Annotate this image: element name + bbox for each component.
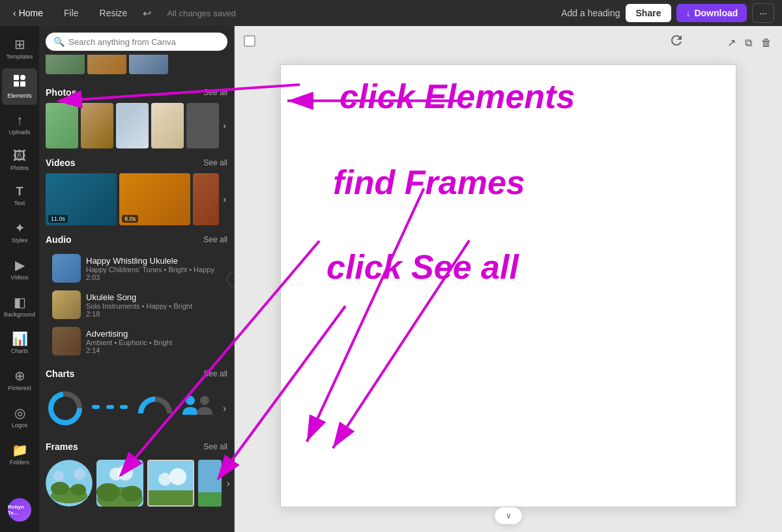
videos-next-arrow[interactable]: › bbox=[222, 173, 227, 225]
home-button[interactable]: ‹ Home bbox=[8, 5, 48, 21]
charts-see-all[interactable]: See all bbox=[203, 369, 227, 378]
chart-half-donut[interactable] bbox=[136, 387, 175, 430]
svg-rect-25 bbox=[149, 490, 194, 507]
frame-partial[interactable] bbox=[198, 460, 222, 507]
resize-button[interactable]: Resize bbox=[94, 5, 133, 21]
share-canvas-icon[interactable]: ↗ bbox=[725, 34, 738, 51]
audio-duration: 2:03 bbox=[86, 273, 221, 281]
photo-item[interactable] bbox=[81, 103, 113, 148]
sidebar-item-charts[interactable]: 📊 Charts bbox=[2, 326, 37, 360]
elements-icon bbox=[12, 74, 27, 91]
sidebar-item-folders[interactable]: 📁 Folders bbox=[2, 437, 37, 471]
uploads-icon: ↑ bbox=[16, 113, 23, 128]
annotation-click-elements: click Elements bbox=[340, 77, 575, 116]
templates-icon: ⊞ bbox=[14, 36, 25, 52]
audio-duration: 2:14 bbox=[86, 346, 221, 354]
photo-item[interactable] bbox=[116, 103, 149, 148]
charts-section: Charts See all bbox=[39, 362, 234, 435]
add-heading-button[interactable]: Add a heading bbox=[561, 8, 620, 18]
sidebar-label-videos: Videos bbox=[10, 274, 28, 281]
file-button[interactable]: File bbox=[59, 5, 84, 21]
video-item[interactable] bbox=[193, 173, 219, 225]
icon-sidebar: ⊞ Templates Elements ↑ Uploads 🖼 Photos … bbox=[0, 26, 39, 532]
chart-bar[interactable] bbox=[89, 387, 132, 430]
charts-next-arrow[interactable]: › bbox=[222, 403, 227, 413]
page-checkbox[interactable] bbox=[244, 35, 255, 47]
svg-rect-6 bbox=[92, 405, 100, 409]
sidebar-item-elements[interactable]: Elements bbox=[2, 68, 37, 105]
sidebar-item-text[interactable]: T Text bbox=[2, 180, 37, 212]
audio-list-item[interactable]: Happy Whistling Ukulele Happy Childrens'… bbox=[46, 250, 227, 287]
video-item[interactable]: 11.0s bbox=[46, 173, 117, 225]
video-item[interactable]: 6.0s bbox=[119, 173, 190, 225]
user-avatar[interactable]: Robyn Te... bbox=[8, 498, 31, 522]
duplicate-icon[interactable]: ⧉ bbox=[742, 34, 755, 51]
svg-point-26 bbox=[158, 473, 171, 486]
sidebar-label-pinterest: Pinterest bbox=[8, 385, 31, 392]
logos-icon: ◎ bbox=[14, 405, 25, 421]
delete-icon[interactable]: 🗑 bbox=[759, 34, 774, 51]
sidebar-label-photos: Photos bbox=[10, 165, 29, 172]
svg-point-9 bbox=[186, 396, 195, 405]
audio-title: Ukulele Song bbox=[86, 292, 221, 302]
audio-title: Advertising bbox=[86, 329, 221, 339]
search-input-wrap[interactable]: 🔍 bbox=[46, 33, 227, 51]
share-button[interactable]: Share bbox=[626, 4, 672, 22]
svg-point-27 bbox=[169, 468, 186, 485]
sidebar-item-uploads[interactable]: ↑ Uploads bbox=[2, 107, 37, 141]
sidebar-item-background[interactable]: ◧ Background bbox=[2, 289, 37, 324]
canvas-bottom: ∨ bbox=[495, 507, 522, 524]
photos-next-arrow[interactable]: › bbox=[222, 103, 227, 148]
audio-list-item[interactable]: Advertising Ambient • Euphoric • Bright … bbox=[46, 323, 227, 359]
folders-icon: 📁 bbox=[12, 442, 28, 458]
search-icon: 🔍 bbox=[53, 36, 65, 47]
chevron-left-icon: ‹ bbox=[13, 8, 16, 18]
sidebar-item-photos[interactable]: 🖼 Photos bbox=[2, 143, 37, 177]
frame-rect[interactable] bbox=[147, 460, 194, 507]
sidebar-item-styles[interactable]: ✦ Styles bbox=[2, 215, 37, 249]
sidebar-item-logos[interactable]: ◎ Logos bbox=[2, 400, 37, 434]
photos-icon: 🖼 bbox=[13, 148, 26, 163]
frames-next-arrow[interactable]: › bbox=[225, 478, 231, 488]
photos-see-all[interactable]: See all bbox=[203, 88, 227, 97]
topbar-left: ‹ Home File Resize ↩ All changes saved bbox=[8, 5, 236, 21]
videos-section-header: Videos See all bbox=[46, 158, 227, 168]
search-input[interactable] bbox=[68, 37, 220, 47]
videos-icon: ▶ bbox=[15, 257, 25, 273]
chart-donut[interactable] bbox=[46, 387, 85, 430]
photo-item[interactable] bbox=[186, 103, 219, 148]
more-options-button[interactable]: ··· bbox=[752, 3, 774, 23]
svg-point-16 bbox=[53, 471, 64, 481]
saved-status: All changes saved bbox=[167, 8, 236, 18]
chart-people[interactable] bbox=[179, 387, 218, 430]
sidebar-item-videos[interactable]: ▶ Videos bbox=[2, 252, 37, 287]
svg-rect-1 bbox=[20, 75, 25, 80]
refresh-icon[interactable] bbox=[669, 33, 684, 51]
sidebar-item-pinterest[interactable]: ⊕ Pinterest bbox=[2, 363, 37, 397]
download-button[interactable]: ↓ Download bbox=[676, 4, 747, 22]
sidebar-label-text: Text bbox=[14, 200, 25, 207]
photo-item[interactable] bbox=[151, 103, 184, 148]
canvas-area: ↗ ⧉ 🗑 bbox=[235, 26, 782, 532]
audio-section-title: Audio bbox=[46, 234, 72, 245]
frame-circle[interactable] bbox=[46, 460, 93, 507]
undo-icon[interactable]: ↩ bbox=[143, 7, 151, 20]
svg-rect-2 bbox=[14, 81, 19, 87]
sidebar-label-elements: Elements bbox=[7, 92, 32, 100]
topbar: ‹ Home File Resize ↩ All changes saved A… bbox=[0, 0, 782, 26]
sidebar-item-templates[interactable]: ⊞ Templates bbox=[2, 31, 37, 66]
video-duration: 11.0s bbox=[48, 215, 68, 223]
frames-see-all[interactable]: See all bbox=[203, 442, 227, 451]
videos-grid: 11.0s 6.0s › bbox=[46, 173, 227, 225]
frame-landscape[interactable] bbox=[96, 460, 143, 507]
sidebar-label-folders: Folders bbox=[10, 459, 29, 466]
videos-see-all[interactable]: See all bbox=[203, 158, 227, 167]
audio-list-item[interactable]: Ukulele Song Solo Instruments • Happy • … bbox=[46, 287, 227, 323]
audio-title: Happy Whistling Ukulele bbox=[86, 256, 221, 266]
charts-section-title: Charts bbox=[46, 369, 74, 379]
photo-item[interactable] bbox=[46, 103, 78, 148]
svg-rect-0 bbox=[14, 75, 19, 80]
svg-point-21 bbox=[121, 486, 142, 501]
photos-grid: › bbox=[46, 103, 227, 148]
audio-see-all[interactable]: See all bbox=[203, 235, 227, 244]
